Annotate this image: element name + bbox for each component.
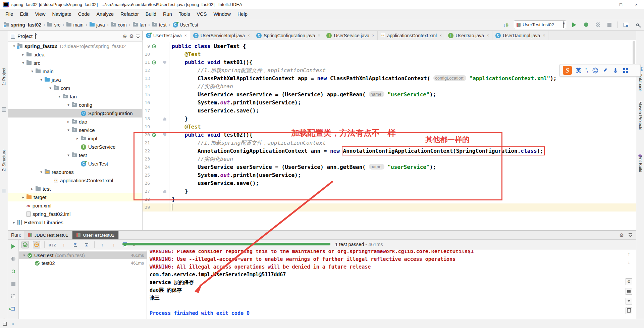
show-ignored-toggle[interactable] [33,241,40,248]
run-tab-JDBCTest.test01[interactable]: JDBCTest.test01 [24,231,73,239]
close-tab-icon[interactable]: × [184,33,187,38]
breadcrumb-item-test[interactable]: test [151,22,168,28]
debug-button[interactable] [582,21,590,29]
tree-item-java[interactable]: ▾java [8,76,142,84]
show-passed-toggle[interactable] [21,241,29,248]
tool-window-switcher-icon[interactable] [3,322,7,326]
ime-emoji-icon[interactable] [592,67,598,74]
menu-vcs[interactable]: VCS [194,11,210,17]
project-tool-icon[interactable] [2,107,6,112]
editor-tab-UserDao.java[interactable]: IUserDao.java× [445,31,492,40]
breadcrumb-item-java[interactable]: java [88,22,106,28]
sort-by-duration-icon[interactable]: ↓ [60,241,67,248]
tree-chevron-icon[interactable]: ▾ [20,61,26,65]
tree-chevron-icon[interactable]: ▸ [65,120,72,124]
tree-item-config[interactable]: ▾config [8,101,142,109]
tree-chevron-icon[interactable]: ▾ [11,44,17,48]
soft-wrap-icon[interactable] [626,288,632,295]
menu-edit[interactable]: Edit [16,11,32,17]
code-line-14[interactable]: 14 //实例化bean [143,83,636,91]
chevron-down-icon[interactable]: ▾ [35,33,36,39]
code-line-25[interactable]: 25 System.out.println(userService); [143,171,636,179]
hide-panel-icon[interactable] [136,35,140,38]
tree-chevron-icon[interactable]: ▾ [38,170,45,174]
pin-tab-icon[interactable] [10,292,17,300]
tree-item-com[interactable]: ▾com [8,84,142,92]
tree-item-applicationsContext.xml[interactable]: applicationsContext.xml [8,176,142,185]
test-result-UserTest[interactable]: ▾UserTest(com.fan.test)461ms [19,251,147,259]
test-result-test02[interactable]: test02461ms [19,259,147,267]
tree-chevron-icon[interactable]: ▾ [21,253,28,257]
tree-item-service[interactable]: ▾service [8,126,142,134]
editor-tab-SpringConfiguration.java[interactable]: CSpringConfiguration.java× [253,31,323,40]
restore-layout-icon[interactable] [622,21,630,29]
code-line-10[interactable]: 10 @Test [143,50,636,58]
code-line-29[interactable]: 29 [143,203,636,212]
ime-toolbox-icon[interactable] [623,67,629,74]
locate-file-icon[interactable]: ⊕ [123,34,127,39]
rerun-failed-tests-button[interactable] [10,268,17,275]
breadcrumb-item-UserTest[interactable]: CUserTest [171,22,200,28]
menu-run[interactable]: Run [160,11,175,17]
tree-item-spring_fast02.iml[interactable]: spring_fast02.iml [8,210,142,218]
code-line-22[interactable]: 22 AnnotationConfigApplicationContext an… [143,147,636,155]
breadcrumb-item-main[interactable]: main [65,22,85,28]
tree-item-.idea[interactable]: ▸.idea [8,50,142,59]
next-occurrence-icon[interactable]: ↓ [110,241,117,248]
stop-button[interactable] [10,280,17,287]
code-line-27[interactable]: 27 } [143,187,636,195]
sort-by-usage-icon[interactable]: ↓0110 [502,21,509,29]
code-line-28[interactable]: 28} [143,195,636,203]
tree-item-target[interactable]: ▸target [8,193,142,201]
close-tab-icon[interactable]: × [318,33,320,38]
editor-tab-UserServiceImpl.java[interactable]: CUserServiceImpl.java× [190,31,253,40]
menu-help[interactable]: Help [234,11,251,17]
minimize-button[interactable]: – [598,0,613,9]
ime-microphone-icon[interactable] [612,67,619,74]
sort-alphabetically-icon[interactable]: a↓z [49,241,56,248]
code-line-9[interactable]: 9public class UserTest { [143,42,636,50]
stop-button[interactable] [606,21,613,29]
menu-navigate[interactable]: Navigate [49,11,75,17]
tree-chevron-icon[interactable]: ▾ [65,153,72,157]
tree-chevron-icon[interactable]: ▾ [47,86,54,90]
tree-chevron-icon[interactable]: ▾ [38,78,45,82]
menu-window[interactable]: Window [210,11,234,17]
maximize-button[interactable]: □ [613,0,629,9]
code-line-15[interactable]: 15 UserService userService = (UserServic… [143,91,636,99]
fold-marker-icon[interactable] [163,190,166,193]
tree-item-pom.xml[interactable]: mpom.xml [8,201,142,210]
rerun-button[interactable] [10,243,17,250]
breadcrumb-item-fan[interactable]: fan [131,22,147,28]
structure-tool-icon[interactable] [2,189,6,193]
tree-item-test[interactable]: ▸test [8,185,142,193]
scroll-down-icon[interactable]: ↓ [628,260,630,265]
code-line-16[interactable]: 16 System.out.println(userService); [143,99,636,107]
code-line-21[interactable]: 21 //1.加载spring配置文件，applicationContext [143,139,636,147]
tree-chevron-icon[interactable]: ▾ [56,94,63,99]
tree-chevron-icon[interactable]: ▸ [29,187,36,191]
run-test-gutter-icon[interactable] [152,44,156,48]
close-button[interactable]: × [629,0,644,9]
menu-tools[interactable]: Tools [175,11,194,17]
menu-file[interactable]: File [2,11,16,17]
ime-language-toggle[interactable]: 英 [576,68,581,73]
rerun-muted-icon[interactable] [10,255,17,263]
status-more-icon[interactable]: » [11,321,14,326]
breadcrumb-item-spring_fast02[interactable]: spring_fast02 [3,22,43,28]
settings-gear-icon[interactable]: ⚙ [129,34,134,39]
close-tab-icon[interactable]: × [248,33,250,38]
editor-tab-UserDaoImpl.java[interactable]: CUserDaoImpl.java× [492,31,548,40]
editor-tab-UserService.java[interactable]: IUserService.java× [323,31,378,40]
search-everywhere-icon[interactable] [634,21,641,29]
collapse-all-icon[interactable] [83,241,90,248]
ime-handwriting-icon[interactable] [602,67,608,74]
hide-panel-icon[interactable] [629,233,632,237]
sogou-logo-icon[interactable]: S [563,66,572,75]
settings-gear-icon[interactable]: ⚙ [620,233,624,238]
clear-console-icon[interactable] [626,308,632,314]
console-settings-icon[interactable]: ⚙ [626,278,632,285]
tree-item-resources[interactable]: ▾resources [8,168,142,176]
tree-item-UserService[interactable]: IUserService [8,143,142,151]
close-tab-icon[interactable]: × [439,33,442,38]
